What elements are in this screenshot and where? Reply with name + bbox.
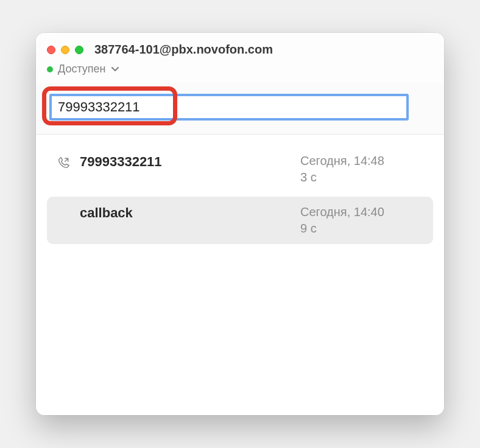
window-title: 387764-101@pbx.novofon.com bbox=[94, 43, 273, 57]
minimize-window-button[interactable] bbox=[61, 46, 69, 54]
titlebar: 387764-101@pbx.novofon.com Доступен bbox=[36, 33, 444, 83]
call-name-col: 79993332211 bbox=[80, 154, 293, 170]
call-row[interactable]: 79993332211 Сегодня, 14:48 3 с bbox=[47, 145, 433, 193]
call-name-col: callback bbox=[80, 205, 293, 221]
call-name: callback bbox=[80, 205, 293, 221]
status-label: Доступен bbox=[58, 63, 106, 75]
maximize-window-button[interactable] bbox=[75, 46, 83, 54]
call-duration: 9 с bbox=[300, 222, 422, 236]
call-duration: 3 с bbox=[300, 170, 422, 184]
call-row[interactable]: callback Сегодня, 14:40 9 с bbox=[47, 197, 433, 244]
chevron-down-icon bbox=[111, 64, 119, 75]
call-meta: Сегодня, 14:48 3 с bbox=[300, 154, 422, 184]
app-window: 387764-101@pbx.novofon.com Доступен 7999… bbox=[36, 33, 444, 415]
status-dot-icon bbox=[47, 66, 53, 72]
status-selector[interactable]: Доступен bbox=[47, 63, 433, 75]
call-history-list: 79993332211 Сегодня, 14:48 3 с callback … bbox=[36, 135, 444, 415]
call-name: 79993332211 bbox=[80, 154, 293, 170]
title-row: 387764-101@pbx.novofon.com bbox=[47, 43, 433, 57]
call-time: Сегодня, 14:40 bbox=[300, 205, 422, 219]
dial-input-wrap bbox=[49, 94, 431, 121]
call-meta: Сегодня, 14:40 9 с bbox=[300, 205, 422, 236]
dial-area bbox=[36, 83, 444, 135]
traffic-lights bbox=[47, 46, 83, 54]
call-icon-placeholder bbox=[58, 205, 72, 208]
outgoing-call-icon bbox=[58, 154, 72, 171]
dial-input[interactable] bbox=[49, 94, 409, 121]
close-window-button[interactable] bbox=[47, 46, 55, 54]
call-time: Сегодня, 14:48 bbox=[300, 154, 422, 168]
